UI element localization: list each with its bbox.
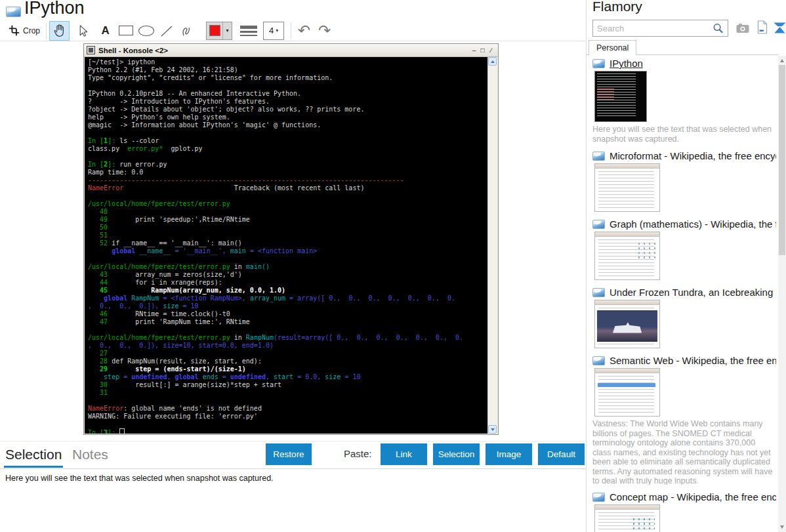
snapshot-title[interactable]: Graph (mathematics) - Wikipedia, the fre… [610, 218, 776, 230]
terminal-line: ? -> Introduction to IPython's features. [88, 98, 487, 106]
terminal-text-segment: run error.py [115, 161, 167, 168]
terminal-body: [~/test]> ipythonPython 2.2 (#1, Feb 24 … [85, 57, 497, 434]
terminal-line: help -> Python's own help system. [88, 113, 487, 121]
terminal-text-segment: 48 [88, 208, 108, 215]
snapshot-list-item[interactable]: IPython Here you will see the text that … [592, 58, 776, 144]
terminal-text-segment: global [104, 295, 127, 302]
terminal-line: /usr/local/home/fperez/test/error.py [88, 200, 487, 208]
terminal-text-segment: gplot.py [163, 145, 202, 152]
search-input[interactable] [593, 20, 711, 36]
thumbnail-decoration [636, 241, 656, 258]
freehand-tool-button[interactable] [176, 21, 197, 41]
snapshot-title[interactable]: Under Frozen Tundra, an Icebreaking Ship… [610, 287, 776, 298]
terminal-text-segment: 27 [88, 350, 108, 357]
scroll-up-icon[interactable] [780, 59, 784, 62]
snapshot-title[interactable]: IPython [610, 58, 643, 69]
snapshot-list-item[interactable]: Under Frozen Tundra, an Icebreaking Ship… [592, 287, 776, 348]
konsole-scrollbar[interactable] [487, 57, 497, 434]
terminal-text-segment: error.py* [127, 145, 163, 152]
search-icon[interactable] [712, 22, 724, 35]
terminal-text-segment: , [167, 373, 175, 380]
undo-button[interactable]: ↶ [294, 21, 314, 41]
terminal-line: 46 RNtime = time.clock()-t0 [88, 310, 487, 318]
terminal-text-segment: RampNum [131, 295, 159, 302]
snapshot-thumbnail[interactable] [594, 232, 660, 280]
snapshot-thumbnail[interactable] [594, 163, 660, 212]
snapshot-item-header: Concept map - Wikipedia, the free encycl… [592, 491, 776, 502]
paste-buttons: LinkSelectionImageDefault [381, 443, 585, 465]
restore-button[interactable]: Restore [266, 443, 312, 465]
terminal-text-segment: 45 [88, 287, 108, 294]
snapshot-list-item[interactable]: Concept map - Wikipedia, the free encycl… [592, 491, 776, 532]
snapshot-title[interactable]: Microformat - Wikipedia, the free encycl… [610, 150, 776, 161]
snapshot-list-item[interactable]: Semantic Web - Wikipedia, the free encyc… [592, 355, 776, 485]
rectangle-icon [119, 26, 133, 35]
scroll-up-button[interactable] [488, 57, 497, 66]
terminal-line: 48 [88, 208, 487, 216]
terminal-text-segment: ends [203, 373, 218, 380]
scroll-down-button[interactable] [488, 425, 497, 434]
terminal-line: /usr/local/home/fperez/test/error.py in … [88, 263, 487, 271]
terminal-line: ?object -> Details about 'object'; objec… [88, 106, 487, 113]
maximize-icon: □ [478, 46, 487, 55]
hand-tool-button[interactable] [49, 21, 70, 41]
paste-default-button[interactable]: Default [538, 443, 585, 465]
text-tool-button[interactable]: A [95, 21, 115, 41]
konsole-window-title: Shell - Konsole <2> [98, 47, 470, 54]
terminal-line [88, 397, 487, 405]
tab-selection[interactable]: Selection [5, 447, 62, 462]
terminal-text-segment [88, 247, 112, 255]
line-tool-button[interactable] [156, 21, 176, 41]
terminal-text-segment: array_num [250, 295, 285, 302]
bottom-panel-divider [0, 441, 586, 441]
snapshot-thumbnail[interactable] [594, 71, 647, 122]
terminal-text-segment: 51 [88, 232, 108, 239]
crop-label: Crop [23, 26, 40, 35]
terminal-text-segment: In [ [88, 161, 104, 168]
paste-image-button[interactable]: Image [486, 443, 532, 465]
new-note-icon[interactable] [756, 20, 768, 34]
terminal-line: class.py error.py* gplot.py [88, 145, 487, 153]
rectangle-tool-button[interactable] [115, 21, 136, 41]
paste-selection-button[interactable]: Selection [433, 443, 480, 465]
snapshot-title[interactable]: Concept map - Wikipedia, the free encycl… [610, 491, 776, 502]
flamory-logo-icon[interactable] [773, 21, 786, 34]
snapshot-thumbnail[interactable] [594, 300, 660, 348]
snapshot-item-icon [592, 288, 605, 297]
camera-icon[interactable] [736, 23, 749, 33]
terminal-text-segment: in [230, 263, 246, 270]
terminal-line: 52 if __name__ == '__main__': main() [88, 239, 487, 247]
terminal-line: IPython 0.2.10pre18 -- An enhanced Inter… [88, 90, 487, 98]
redo-button[interactable]: ↷ [314, 21, 335, 41]
ellipse-tool-button[interactable] [136, 21, 156, 41]
terminal-text-segment: def RampNum(result, size, start, end): [108, 358, 262, 365]
scroll-down-icon[interactable] [780, 525, 784, 529]
terminal-text-segment: (result=array([ 0., 0., 0., 0., 0., 0., … [274, 334, 463, 341]
terminal-text-segment: 44 [88, 279, 108, 286]
snapshot-canvas[interactable]: Shell - Konsole <2> ‒ □ ∕ [~/test]> ipyt… [83, 43, 499, 435]
terminal-text-segment: in [230, 334, 246, 341]
paste-link-button[interactable]: Link [381, 443, 427, 465]
snapshot-list-item[interactable]: Graph (mathematics) - Wikipedia, the fre… [592, 218, 776, 280]
scrollbar-thumb[interactable] [779, 65, 785, 255]
thumbnail-decoration [598, 383, 655, 387]
thumbnail-decoration [631, 517, 655, 532]
snapshot-thumbnail[interactable] [594, 504, 660, 532]
tab-personal[interactable]: Personal [589, 40, 636, 55]
sidebar-scrollbar[interactable] [778, 56, 786, 532]
terminal-text-segment: 31 [88, 389, 108, 396]
terminal-line: Python 2.2 (#1, Feb 24 2002, 16:21:58) [88, 66, 487, 74]
color-dropdown-arrow[interactable]: ▾ [223, 22, 232, 39]
snapshot-list-item[interactable]: Microformat - Wikipedia, the free encycl… [592, 150, 776, 212]
snapshot-item-icon [592, 59, 605, 68]
terminal-text-segment: array_num = zeros(size,'d') [108, 271, 242, 278]
stroke-width-dropdown[interactable]: 4 ▾ [263, 22, 284, 40]
color-picker[interactable]: ▾ [206, 22, 232, 40]
terminal-line: 43 array_num = zeros(size,'d') [88, 271, 487, 279]
pointer-tool-button[interactable] [72, 21, 92, 41]
terminal-text-segment: /usr/local/home/fperez/test/error.py [88, 263, 230, 270]
tab-notes[interactable]: Notes [72, 447, 108, 462]
crop-button[interactable]: Crop [5, 21, 43, 41]
snapshot-title[interactable]: Semantic Web - Wikipedia, the free encyc… [610, 355, 776, 366]
snapshot-thumbnail[interactable] [594, 368, 660, 417]
